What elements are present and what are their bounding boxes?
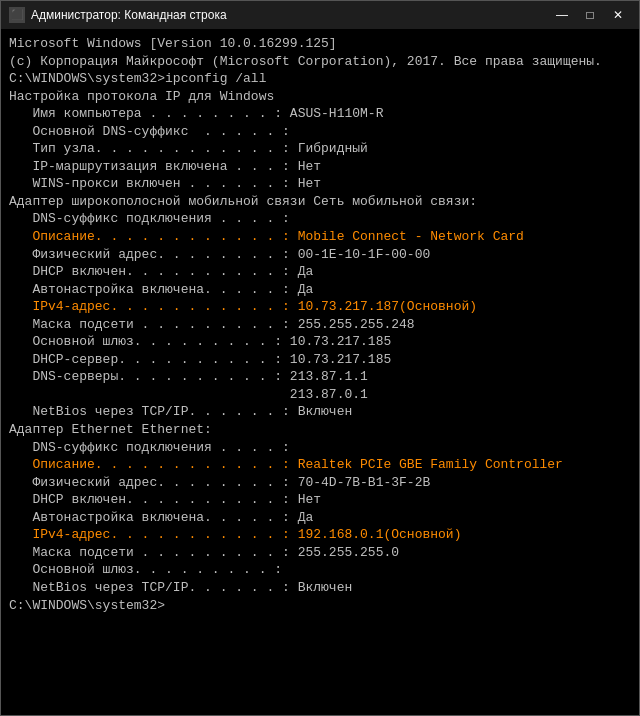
console-line: Microsoft Windows [Version 10.0.16299.12…	[9, 35, 631, 53]
console-line: IP-маршрутизация включена . . . : Нет	[9, 158, 631, 176]
console-line: 213.87.0.1	[9, 386, 631, 404]
console-line: Описание. . . . . . . . . . . . : Realte…	[9, 456, 631, 474]
maximize-button[interactable]: □	[577, 5, 603, 25]
console-line: Маска подсети . . . . . . . . . : 255.25…	[9, 544, 631, 562]
close-button[interactable]: ✕	[605, 5, 631, 25]
console-line: DNS-серверы. . . . . . . . . . : 213.87.…	[9, 368, 631, 386]
console-line: DHCP включен. . . . . . . . . . : Да	[9, 263, 631, 281]
window-controls: — □ ✕	[549, 5, 631, 25]
title-bar-left: ⬛ Администратор: Командная строка	[9, 7, 227, 23]
console-line: Адаптер Ethernet Ethernet:	[9, 421, 631, 439]
console-line: Адаптер широкополосной мобильной связи С…	[9, 193, 631, 211]
console-line: Основной шлюз. . . . . . . . . : 10.73.2…	[9, 333, 631, 351]
console-line: DHCP включен. . . . . . . . . . : Нет	[9, 491, 631, 509]
cmd-window: ⬛ Администратор: Командная строка — □ ✕ …	[0, 0, 640, 716]
console-line: IPv4-адрес. . . . . . . . . . . : 192.16…	[9, 526, 631, 544]
console-line: WINS-прокси включен . . . . . . : Нет	[9, 175, 631, 193]
console-line: C:\WINDOWS\system32>	[9, 597, 631, 615]
console-line: C:\WINDOWS\system32>ipconfig /all	[9, 70, 631, 88]
window-title: Администратор: Командная строка	[31, 8, 227, 22]
console-line: Автонастройка включена. . . . . : Да	[9, 281, 631, 299]
console-line: DNS-суффикс подключения . . . . :	[9, 439, 631, 457]
console-line: Физический адрес. . . . . . . . : 70-4D-…	[9, 474, 631, 492]
console-line: Описание. . . . . . . . . . . . : Mobile…	[9, 228, 631, 246]
console-line: Основной DNS-суффикс . . . . . :	[9, 123, 631, 141]
minimize-button[interactable]: —	[549, 5, 575, 25]
console-line: (с) Корпорация Майкрософт (Microsoft Cor…	[9, 53, 631, 71]
console-line: Автонастройка включена. . . . . : Да	[9, 509, 631, 527]
console-line: DHCP-сервер. . . . . . . . . . : 10.73.2…	[9, 351, 631, 369]
console-line: Основной шлюз. . . . . . . . . :	[9, 561, 631, 579]
console-line: NetBios через TCP/IP. . . . . . : Включе…	[9, 403, 631, 421]
console-output: Microsoft Windows [Version 10.0.16299.12…	[1, 29, 639, 715]
console-line: IPv4-адрес. . . . . . . . . . . : 10.73.…	[9, 298, 631, 316]
cmd-icon: ⬛	[9, 7, 25, 23]
console-line: DNS-суффикс подключения . . . . :	[9, 210, 631, 228]
title-bar: ⬛ Администратор: Командная строка — □ ✕	[1, 1, 639, 29]
console-line: Настройка протокола IP для Windows	[9, 88, 631, 106]
console-line: Маска подсети . . . . . . . . . : 255.25…	[9, 316, 631, 334]
console-line: Имя компьютера . . . . . . . . : ASUS-H1…	[9, 105, 631, 123]
console-line: NetBios через TCP/IP. . . . . . : Включе…	[9, 579, 631, 597]
console-line: Тип узла. . . . . . . . . . . . : Гибрид…	[9, 140, 631, 158]
console-line: Физический адрес. . . . . . . . : 00-1E-…	[9, 246, 631, 264]
